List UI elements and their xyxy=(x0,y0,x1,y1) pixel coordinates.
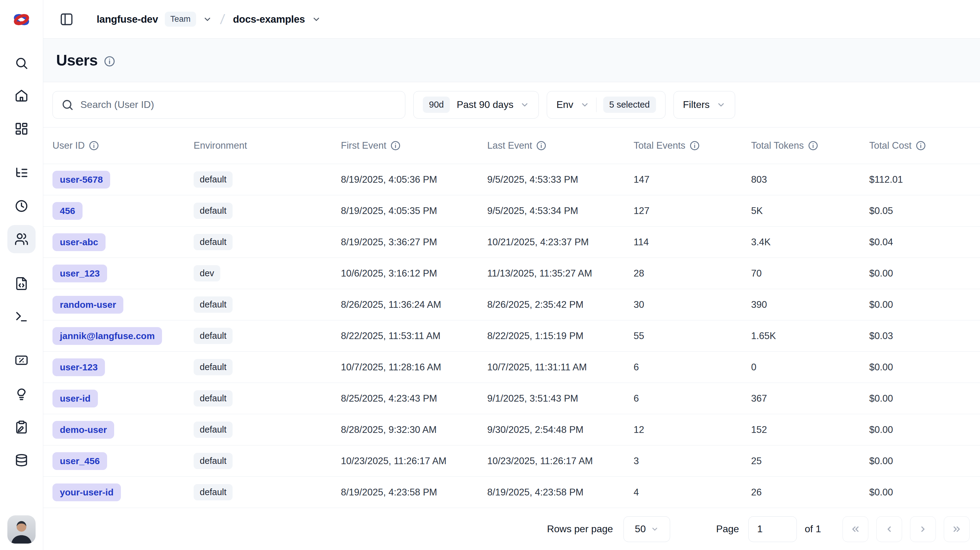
user-id-badge[interactable]: random-user xyxy=(52,296,123,314)
user-id-badge[interactable]: user-5678 xyxy=(52,171,110,189)
total-cost-cell: $0.04 xyxy=(869,237,980,248)
total-tokens-cell: 367 xyxy=(751,393,869,404)
tree-list-icon xyxy=(14,166,29,180)
sidebar-item-annotation-queues[interactable] xyxy=(7,413,36,441)
page-label: Page xyxy=(716,523,739,535)
app-root: langfuse-dev Team / docs-examples Users … xyxy=(0,0,980,550)
page-number-input[interactable] xyxy=(748,516,797,542)
environment-cell: default xyxy=(194,390,341,407)
column-header-user-id: User ID xyxy=(52,140,194,151)
environment-cell: default xyxy=(194,422,341,438)
sidebar-item-playground[interactable] xyxy=(7,303,36,331)
environment-badge: default xyxy=(194,453,232,469)
info-icon[interactable] xyxy=(104,55,115,67)
filters-button[interactable]: Filters xyxy=(673,91,735,119)
user-id-badge[interactable]: user-abc xyxy=(52,233,105,251)
chevron-right-icon xyxy=(918,524,928,534)
environment-label: Env xyxy=(556,99,573,110)
langfuse-logo[interactable] xyxy=(11,9,32,30)
environment-badge: default xyxy=(194,390,232,407)
total-events-cell: 6 xyxy=(633,362,751,373)
environment-cell: default xyxy=(194,203,341,219)
first-page-button[interactable] xyxy=(843,516,868,542)
info-icon[interactable] xyxy=(390,140,401,151)
next-page-button[interactable] xyxy=(910,516,936,542)
total-events-cell: 28 xyxy=(633,268,751,279)
org-name[interactable]: langfuse-dev xyxy=(97,13,158,25)
environment-cell: default xyxy=(194,484,341,500)
lightbulb-icon xyxy=(14,387,29,401)
chevron-down-icon[interactable] xyxy=(203,15,212,24)
table-row: user-abc default 8/19/2025, 3:36:27 PM 1… xyxy=(43,226,980,258)
info-icon[interactable] xyxy=(808,140,818,151)
table-row: user-id default 8/25/2025, 4:23:43 PM 9/… xyxy=(43,383,980,414)
sidebar-item-users[interactable] xyxy=(7,225,36,253)
chevron-down-icon xyxy=(716,100,725,109)
logo-icon xyxy=(11,9,32,30)
sidebar-item-tracing[interactable] xyxy=(7,159,36,187)
sidebar-item-home[interactable] xyxy=(7,82,36,110)
environment-filter-button[interactable]: Env 5 selected xyxy=(547,91,665,119)
search-icon xyxy=(61,99,74,111)
users-icon xyxy=(14,232,29,246)
environment-cell: dev xyxy=(194,265,341,281)
sidebar-item-evaluators[interactable] xyxy=(7,346,36,374)
environment-badge: default xyxy=(194,203,232,219)
user-id-badge[interactable]: jannik@langfuse.com xyxy=(52,327,162,345)
total-tokens-cell: 803 xyxy=(751,174,869,185)
user-id-cell: user-abc xyxy=(52,233,194,251)
project-name[interactable]: docs-examples xyxy=(233,13,305,25)
sidebar-toggle-button[interactable] xyxy=(59,11,75,27)
column-header-total-cost: Total Cost xyxy=(869,140,980,151)
first-event-cell: 10/7/2025, 11:28:16 AM xyxy=(341,362,487,373)
total-events-cell: 3 xyxy=(633,456,751,467)
info-icon[interactable] xyxy=(89,140,99,151)
avatar-photo xyxy=(7,515,36,544)
column-header-last-event: Last Event xyxy=(487,140,633,151)
user-avatar[interactable] xyxy=(7,515,36,544)
first-event-cell: 10/6/2025, 3:16:12 PM xyxy=(341,268,487,279)
sidebar-item-sessions[interactable] xyxy=(7,192,36,220)
first-event-cell: 8/19/2025, 4:05:35 PM xyxy=(341,205,487,216)
user-id-cell: 456 xyxy=(52,202,194,220)
info-icon[interactable] xyxy=(536,140,546,151)
column-header-environment: Environment xyxy=(194,140,341,151)
environment-badge: default xyxy=(194,296,232,313)
info-icon[interactable] xyxy=(916,140,926,151)
environment-badge: dev xyxy=(194,265,220,281)
sidebar-item-insights[interactable] xyxy=(7,380,36,408)
total-cost-cell: $0.00 xyxy=(869,456,980,467)
previous-page-button[interactable] xyxy=(876,516,902,542)
total-cost-cell: $0.00 xyxy=(869,393,980,404)
rows-per-page-select[interactable]: 50 xyxy=(624,516,670,542)
total-cost-cell: $0.00 xyxy=(869,299,980,310)
search-input[interactable] xyxy=(80,99,396,110)
sidebar-item-prompts[interactable] xyxy=(7,269,36,298)
total-cost-cell: $0.00 xyxy=(869,268,980,279)
total-tokens-cell: 1.65K xyxy=(751,330,869,342)
sidebar-item-datasets[interactable] xyxy=(7,446,36,474)
total-cost-cell: $0.00 xyxy=(869,362,980,373)
search-container xyxy=(52,91,405,119)
date-range-button[interactable]: 90d Past 90 days xyxy=(413,91,539,119)
environment-badge: default xyxy=(194,234,232,250)
user-id-badge[interactable]: user-123 xyxy=(52,358,105,376)
user-id-badge[interactable]: your-user-id xyxy=(52,483,121,501)
last-event-cell: 9/1/2025, 3:51:43 PM xyxy=(487,393,633,404)
user-id-badge[interactable]: demo-user xyxy=(52,421,114,439)
chevron-down-icon[interactable] xyxy=(312,15,321,24)
info-icon[interactable] xyxy=(689,140,700,151)
last-event-cell: 9/5/2025, 4:53:33 PM xyxy=(487,174,633,185)
last-event-cell: 8/22/2025, 1:15:19 PM xyxy=(487,330,633,342)
user-id-badge[interactable]: user-id xyxy=(52,390,98,407)
environment-cell: default xyxy=(194,234,341,250)
sidebar-item-search[interactable] xyxy=(7,49,36,77)
user-id-badge[interactable]: user_456 xyxy=(52,452,107,470)
user-id-cell: user_123 xyxy=(52,265,194,282)
last-event-cell: 9/30/2025, 2:54:48 PM xyxy=(487,424,633,435)
last-page-button[interactable] xyxy=(944,516,970,542)
user-id-badge[interactable]: 456 xyxy=(52,202,83,220)
user-id-badge[interactable]: user_123 xyxy=(52,265,107,282)
sidebar-item-dashboards[interactable] xyxy=(7,115,36,143)
chevron-down-icon xyxy=(520,100,529,109)
